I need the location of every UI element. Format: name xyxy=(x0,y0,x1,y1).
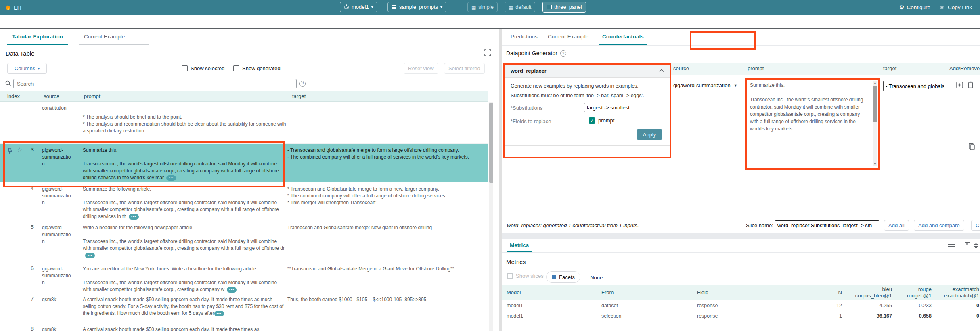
metrics-cell-exactmatch: 0 xyxy=(936,303,979,308)
tab-tabular-exploration[interactable]: Tabular Exploration xyxy=(12,29,63,44)
show-slices-control[interactable]: Show slices xyxy=(507,273,544,279)
metrics-col-exactmatch-sub[interactable]: exactmatch@1 xyxy=(936,293,979,299)
col-header-source[interactable]: source xyxy=(44,93,59,99)
metrics-cell-n: 1 xyxy=(807,313,842,319)
prompt-field-checkbox[interactable]: ✓ xyxy=(589,117,595,124)
word-replacer-expando-header[interactable]: word_replacer xyxy=(505,65,670,78)
tab-predictions[interactable]: Predictions xyxy=(511,29,538,44)
slice-name-input[interactable] xyxy=(775,220,879,230)
scrollbar-thumb[interactable] xyxy=(489,103,493,183)
cell-source: gsm8k xyxy=(42,326,73,331)
scroll-up-icon[interactable]: ▲ xyxy=(873,81,877,85)
add-datapoint-icon[interactable] xyxy=(956,82,963,88)
expand-module-icon[interactable] xyxy=(484,49,491,56)
copy-icon[interactable] xyxy=(968,143,975,151)
search-input[interactable] xyxy=(13,79,297,88)
search-help-icon[interactable]: ? xyxy=(299,81,306,87)
metrics-col-bleu-sub[interactable]: corpus_bleu@1 xyxy=(848,293,892,299)
cell-source: gigaword-summarization xyxy=(42,224,73,245)
drag-handle-icon[interactable] xyxy=(948,244,955,247)
add-and-compare-button[interactable]: Add and compare xyxy=(914,220,964,231)
configure-button[interactable]: ⚙ Configure xyxy=(899,0,930,15)
show-generated-checkbox[interactable] xyxy=(233,65,239,71)
facets-button[interactable]: Facets xyxy=(546,271,580,283)
tab-label: Metrics xyxy=(510,242,529,248)
metrics-cell-from: selection xyxy=(601,313,621,319)
tab-counterfactuals[interactable]: Counterfactuals xyxy=(602,29,644,44)
show-generated-control[interactable]: Show generated xyxy=(233,65,281,71)
show-selected-checkbox[interactable] xyxy=(182,65,188,71)
scrollbar-thumb[interactable] xyxy=(873,86,877,122)
table-row[interactable]: 5 gigaword-summarization Write a headlin… xyxy=(0,221,488,262)
metrics-col-bleu[interactable]: bleu xyxy=(848,286,892,292)
metrics-col-rouge-sub[interactable]: rougeL@1 xyxy=(896,293,932,299)
show-slices-label: Show slices xyxy=(516,273,544,279)
add-all-button[interactable]: Add all xyxy=(884,220,909,231)
dataset-selector[interactable]: sample_prompts ▾ xyxy=(387,2,446,12)
pin-icon[interactable] xyxy=(7,148,13,154)
layout-default-button[interactable]: ▦ default xyxy=(505,2,535,12)
layout-simple-button[interactable]: ▦ simple xyxy=(467,2,498,12)
collapse-height-icon[interactable] xyxy=(973,241,979,250)
ellipsis-pill[interactable]: ••• xyxy=(227,287,237,293)
table-scrollbar[interactable] xyxy=(489,102,493,331)
ellipsis-pill[interactable]: ••• xyxy=(214,311,224,316)
model-selector[interactable]: model1 ▾ xyxy=(340,2,377,12)
layout-three-panel-button[interactable]: three_panel xyxy=(542,2,586,13)
resize-height-icon[interactable] xyxy=(964,242,970,249)
metrics-col-field[interactable]: Field xyxy=(697,289,708,295)
metrics-col-from[interactable]: From xyxy=(601,289,614,295)
facets-icon xyxy=(552,275,556,279)
tab-current-example[interactable]: Current Example xyxy=(548,29,588,44)
columns-dropdown[interactable]: Columns ▾ xyxy=(7,63,47,74)
result-header-row: source prompt target Add/Remove xyxy=(671,63,980,75)
select-filtered-button[interactable]: Select filtered xyxy=(444,63,485,74)
tab-current-example[interactable]: Current Example xyxy=(84,29,125,44)
ellipsis-pill[interactable]: ••• xyxy=(129,214,138,220)
metrics-row[interactable]: model1 dataset response 12 4.255 0.233 0 xyxy=(502,300,980,311)
metrics-cell-bleu: 4.255 xyxy=(848,303,892,308)
metrics-col-rouge[interactable]: rouge xyxy=(896,286,932,292)
table-row[interactable]: 6 gigaword-summarization You are an edit… xyxy=(0,262,488,293)
table-header-row: index source prompt target xyxy=(0,91,488,102)
counterfactual-prompt-box[interactable]: Summarize this. Transocean inc., the wor… xyxy=(747,80,878,168)
metrics-cell-model: model1 xyxy=(507,313,523,319)
copy-link-button[interactable]: Copy Link xyxy=(939,0,972,15)
col-header-target[interactable]: target xyxy=(292,93,306,99)
module-divider[interactable] xyxy=(502,233,980,239)
counterfactual-target-input[interactable] xyxy=(883,81,949,91)
show-selected-control[interactable]: Show selected xyxy=(182,65,225,71)
word-replacer-card: word_replacer Generate new examples by r… xyxy=(505,65,670,157)
cell-target: Thus, the booth earned $1000 - $105 = $<… xyxy=(287,296,485,303)
delete-datapoint-icon[interactable] xyxy=(967,81,974,88)
result-col-add-remove: Add/Remove xyxy=(949,65,980,71)
clear-button[interactable]: Clear xyxy=(971,220,980,231)
metrics-col-n[interactable]: N xyxy=(807,289,842,295)
tab-metrics[interactable]: Metrics xyxy=(510,239,529,251)
star-icon[interactable]: ☆ xyxy=(17,146,22,153)
cell-prompt: You are an editor at the New York Times.… xyxy=(83,266,287,293)
metrics-col-exactmatch[interactable]: exactmatch xyxy=(936,286,979,292)
tab-label: Tabular Exploration xyxy=(12,34,63,40)
table-row[interactable]: constitution * The analysis should be br… xyxy=(0,102,488,144)
ellipsis-pill[interactable]: ••• xyxy=(166,175,176,181)
source-select[interactable]: gigaword-summarization ▼ xyxy=(673,82,737,91)
table-row-selected[interactable]: ☆ 3 gigaword-summarization Summarize thi… xyxy=(0,144,488,182)
scroll-down-icon[interactable]: ▼ xyxy=(873,162,877,166)
substitutions-input[interactable] xyxy=(584,103,662,112)
ellipsis-pill[interactable]: ••• xyxy=(85,253,95,258)
col-header-prompt[interactable]: prompt xyxy=(84,93,100,99)
apply-button[interactable]: Apply xyxy=(637,129,662,140)
prompt-scrollbar[interactable]: ▲ ▼ xyxy=(873,81,877,166)
table-row[interactable]: 4 gigaword-summarization Summarize the f… xyxy=(0,182,488,221)
metrics-row[interactable]: model1 selection response 1 36.167 0.658… xyxy=(502,311,980,321)
field-option[interactable]: ✓ prompt xyxy=(589,117,614,124)
table-row[interactable]: 8 gsm8k A carnival snack booth made $50 … xyxy=(0,323,488,331)
show-slices-checkbox[interactable] xyxy=(507,273,513,279)
col-header-index[interactable]: index xyxy=(7,93,20,99)
metrics-col-model[interactable]: Model xyxy=(507,289,521,295)
reset-view-button[interactable]: Reset view xyxy=(404,63,438,74)
apply-label: Apply xyxy=(643,132,656,138)
generator-help-icon[interactable]: ? xyxy=(560,50,566,57)
table-row[interactable]: 7 gsm8k A carnival snack booth made $50 … xyxy=(0,293,488,323)
